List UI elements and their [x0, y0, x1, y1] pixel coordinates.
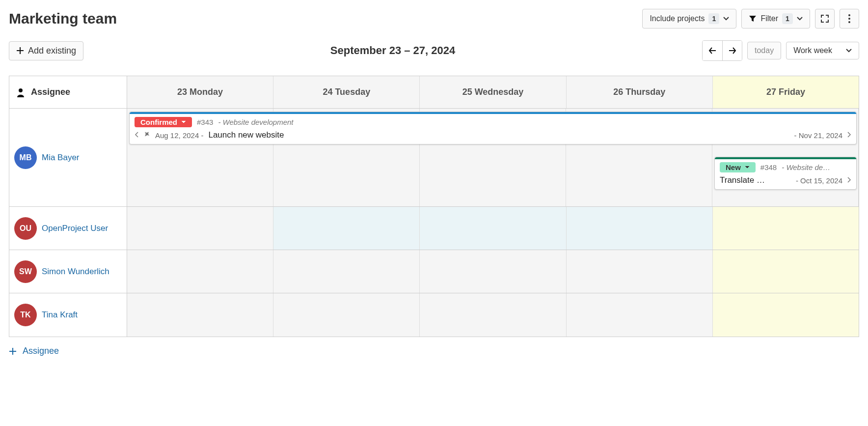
add-assignee-label: Assignee — [23, 346, 59, 356]
chevron-down-icon — [745, 166, 750, 169]
assignee-name[interactable]: Tina Kraft — [42, 310, 78, 320]
assignee-row: OU OpenProject User — [9, 207, 859, 250]
person-icon — [16, 87, 25, 97]
chevron-down-icon — [181, 120, 186, 124]
arrow-left-icon — [708, 47, 716, 54]
assignee-name[interactable]: Mia Bayer — [42, 153, 80, 163]
status-label: New — [726, 163, 741, 171]
continues-right-icon — [847, 176, 851, 185]
svg-point-2 — [848, 21, 850, 23]
include-projects-label: Include projects — [650, 14, 705, 23]
fullscreen-button[interactable] — [815, 9, 835, 28]
include-projects-count: 1 — [708, 13, 719, 24]
planner-header-row: Assignee 23 Monday 24 Tuesday 25 Wednesd… — [9, 76, 859, 109]
next-week-button[interactable] — [722, 41, 742, 60]
today-label: today — [755, 46, 774, 55]
filter-count: 1 — [782, 13, 793, 24]
svg-point-0 — [848, 14, 850, 16]
day-col-header: 26 Thursday — [567, 76, 713, 108]
day-cell[interactable] — [567, 293, 713, 337]
filter-icon — [749, 15, 757, 23]
assignee-name[interactable]: OpenProject User — [42, 224, 108, 233]
page-title: Marketing team — [9, 10, 642, 27]
filter-label: Filter — [760, 14, 778, 23]
project-name: - Website development — [218, 118, 293, 126]
today-button[interactable]: today — [747, 42, 781, 59]
day-cell[interactable] — [273, 293, 420, 337]
day-cell[interactable] — [127, 293, 273, 337]
arrow-right-icon — [729, 47, 736, 54]
prev-week-button[interactable] — [703, 41, 722, 60]
work-package-id: #348 — [760, 163, 777, 171]
avatar: MB — [14, 146, 37, 169]
day-cell[interactable] — [273, 250, 420, 293]
filter-dropdown[interactable]: Filter 1 — [741, 9, 810, 28]
assignee-row: MB Mia Bayer Confirmed #343 - Website de… — [9, 109, 859, 207]
pin-icon — [143, 131, 150, 140]
expand-icon — [820, 14, 829, 23]
work-package-card[interactable]: Confirmed #343 - Website development Aug… — [129, 112, 857, 144]
day-cell[interactable] — [420, 250, 566, 293]
card-color-bar — [130, 112, 856, 114]
day-col-header: 25 Wednesday — [420, 76, 566, 108]
add-existing-button[interactable]: Add existing — [9, 41, 83, 60]
assignee-column-header: Assignee — [9, 76, 127, 108]
day-cell[interactable] — [567, 207, 713, 250]
work-package-card[interactable]: New #348 - Website de… Translate … - Oct… — [714, 157, 857, 190]
include-projects-dropdown[interactable]: Include projects 1 — [642, 9, 736, 28]
add-existing-label: Add existing — [28, 46, 76, 56]
chevron-down-icon — [846, 49, 852, 53]
avatar: OU — [14, 217, 37, 240]
svg-point-1 — [848, 18, 850, 20]
add-assignee-button[interactable]: Assignee — [9, 346, 859, 356]
day-cell[interactable] — [273, 207, 420, 250]
date-range: September 23 – 27, 2024 — [83, 44, 702, 57]
assignee-row: TK Tina Kraft — [9, 293, 859, 337]
continues-left-icon — [135, 131, 138, 140]
more-menu-button[interactable] — [840, 9, 859, 28]
day-cell[interactable] — [713, 293, 859, 337]
work-package-title: Translate … — [720, 175, 765, 185]
card-color-bar — [715, 157, 856, 159]
end-date: - Nov 21, 2024 — [794, 131, 842, 140]
day-cell[interactable] — [127, 250, 273, 293]
day-cell[interactable] — [567, 250, 713, 293]
plus-icon — [9, 347, 17, 355]
work-package-id: #343 — [197, 118, 213, 126]
assignee-row: SW Simon Wunderlich — [9, 250, 859, 293]
chevron-down-icon — [797, 17, 803, 21]
assignee-name[interactable]: Simon Wunderlich — [42, 267, 109, 277]
start-date: Aug 12, 2024 - — [155, 131, 203, 140]
day-col-header: 24 Tuesday — [273, 76, 420, 108]
svg-point-3 — [19, 88, 23, 92]
status-pill[interactable]: Confirmed — [135, 117, 192, 127]
day-cell[interactable] — [127, 207, 273, 250]
status-label: Confirmed — [140, 118, 177, 126]
view-label: Work week — [793, 46, 832, 55]
assignee-label: Assignee — [31, 87, 70, 97]
plus-icon — [16, 47, 24, 55]
view-select[interactable]: Work week — [786, 42, 859, 59]
planner-grid: Assignee 23 Monday 24 Tuesday 25 Wednesd… — [9, 76, 859, 337]
end-date: - Oct 15, 2024 — [796, 176, 842, 185]
status-pill[interactable]: New — [720, 162, 756, 172]
work-package-title: Launch new website — [208, 130, 284, 140]
day-col-header: 23 Monday — [127, 76, 273, 108]
chevron-down-icon — [723, 17, 729, 21]
day-cell[interactable] — [713, 250, 859, 293]
project-name: - Website de… — [782, 163, 830, 171]
avatar: SW — [14, 260, 37, 283]
day-cell[interactable] — [713, 207, 859, 250]
continues-right-icon — [847, 131, 851, 140]
day-cell[interactable] — [420, 293, 566, 337]
kebab-icon — [848, 14, 851, 24]
day-col-header: 27 Friday — [713, 76, 859, 108]
day-cell[interactable] — [420, 207, 566, 250]
avatar: TK — [14, 304, 37, 326]
